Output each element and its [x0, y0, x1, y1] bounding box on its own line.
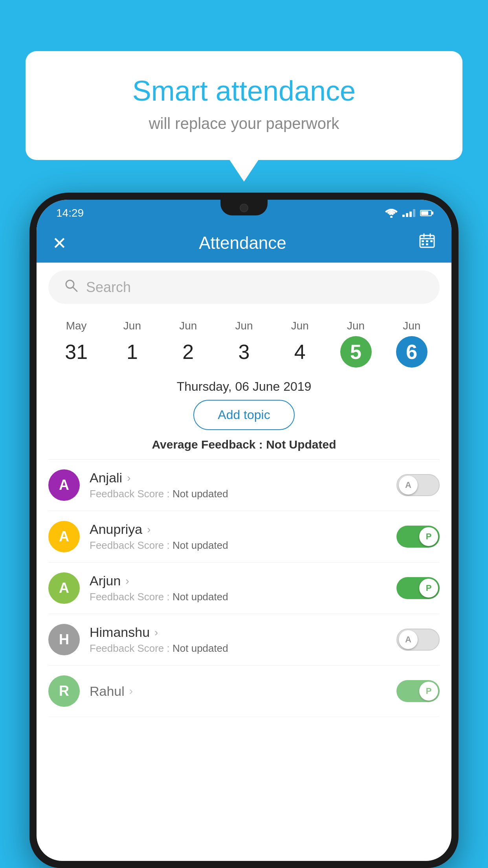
- student-name-himanshu: Himanshu ›: [90, 625, 387, 640]
- student-item-arjun[interactable]: A Arjun › Feedback Score : Not updated P: [48, 563, 440, 614]
- toggle-knob-anjali: A: [399, 476, 418, 495]
- speech-bubble: Smart attendance will replace your paper…: [26, 51, 462, 160]
- student-info-anupriya: Anupriya › Feedback Score : Not updated: [90, 522, 387, 552]
- student-list: A Anjali › Feedback Score : Not updated …: [37, 460, 451, 717]
- status-icons: [385, 208, 432, 218]
- student-info-anjali: Anjali › Feedback Score : Not updated: [90, 470, 387, 500]
- toggle-knob-rahul: P: [419, 682, 438, 701]
- toggle-rahul[interactable]: P: [396, 680, 440, 702]
- chevron-icon: ›: [154, 626, 158, 639]
- avg-feedback-label: Average Feedback :: [152, 438, 266, 451]
- avatar-arjun: A: [48, 572, 80, 604]
- toggle-anjali[interactable]: A: [396, 474, 440, 496]
- svg-rect-6: [426, 240, 428, 242]
- date-item-jun3[interactable]: Jun 3: [222, 320, 266, 368]
- svg-rect-9: [426, 243, 428, 245]
- toggle-arjun[interactable]: P: [396, 577, 440, 599]
- date-item-jun1[interactable]: Jun 1: [110, 320, 154, 368]
- avg-feedback-value: Not Updated: [266, 438, 336, 451]
- toggle-knob-anupriya: P: [419, 527, 438, 546]
- search-placeholder: Search: [86, 279, 131, 296]
- calendar-icon: [418, 232, 436, 250]
- battery-icon: [420, 210, 432, 216]
- student-name-anjali: Anjali ›: [90, 470, 387, 485]
- chevron-icon: ›: [129, 685, 133, 697]
- search-bar[interactable]: Search: [48, 270, 440, 304]
- add-topic-button[interactable]: Add topic: [193, 400, 294, 430]
- svg-point-0: [390, 216, 393, 218]
- toggle-knob-arjun: P: [419, 579, 438, 598]
- avg-feedback: Average Feedback : Not Updated: [37, 438, 451, 451]
- toggle-knob-himanshu: A: [399, 630, 418, 649]
- student-feedback-arjun: Feedback Score : Not updated: [90, 591, 387, 603]
- date-item-jun4[interactable]: Jun 4: [278, 320, 321, 368]
- wifi-icon: [385, 208, 398, 218]
- svg-rect-8: [422, 243, 424, 245]
- search-icon: [64, 278, 78, 296]
- toolbar-title: Attendance: [199, 233, 286, 253]
- svg-rect-7: [430, 240, 433, 242]
- status-time: 14:29: [56, 207, 84, 219]
- chevron-icon: ›: [125, 575, 129, 587]
- chevron-icon: ›: [147, 523, 150, 536]
- student-item-rahul[interactable]: R Rahul › P: [48, 666, 440, 717]
- toolbar: ✕ Attendance: [37, 223, 451, 263]
- student-info-rahul: Rahul ›: [90, 684, 387, 699]
- student-item-anupriya[interactable]: A Anupriya › Feedback Score : Not update…: [48, 511, 440, 563]
- student-feedback-anjali: Feedback Score : Not updated: [90, 488, 387, 500]
- date-strip: May 31 Jun 1 Jun 2 Jun 3: [37, 312, 451, 371]
- selected-date-label: Thursday, 06 June 2019: [37, 371, 451, 400]
- speech-bubble-subtitle: will replace your paperwork: [57, 115, 431, 132]
- student-name-rahul: Rahul ›: [90, 684, 387, 699]
- speech-bubble-title: Smart attendance: [57, 75, 431, 107]
- calendar-button[interactable]: [418, 232, 436, 254]
- student-feedback-anupriya: Feedback Score : Not updated: [90, 539, 387, 552]
- avatar-anjali: A: [48, 469, 80, 501]
- student-name-anupriya: Anupriya ›: [90, 522, 387, 537]
- svg-rect-5: [422, 240, 424, 242]
- student-item-anjali[interactable]: A Anjali › Feedback Score : Not updated …: [48, 460, 440, 511]
- student-info-himanshu: Himanshu › Feedback Score : Not updated: [90, 625, 387, 655]
- date-item-jun6[interactable]: Jun 6: [390, 320, 433, 368]
- student-name-arjun: Arjun ›: [90, 573, 387, 588]
- student-info-arjun: Arjun › Feedback Score : Not updated: [90, 573, 387, 603]
- toggle-anupriya[interactable]: P: [396, 526, 440, 548]
- front-camera: [240, 204, 248, 212]
- student-feedback-himanshu: Feedback Score : Not updated: [90, 642, 387, 655]
- avatar-rahul: R: [48, 675, 80, 707]
- speech-bubble-card: Smart attendance will replace your paper…: [26, 51, 462, 160]
- avatar-anupriya: A: [48, 521, 80, 552]
- date-item-may31[interactable]: May 31: [55, 320, 98, 368]
- svg-line-11: [73, 287, 77, 291]
- signal-icon: [402, 209, 415, 217]
- toggle-himanshu[interactable]: A: [396, 629, 440, 651]
- chevron-icon: ›: [127, 472, 130, 484]
- date-item-jun2[interactable]: Jun 2: [167, 320, 210, 368]
- date-item-jun5[interactable]: Jun 5: [334, 320, 378, 368]
- close-button[interactable]: ✕: [52, 233, 67, 253]
- phone-frame: 14:29: [29, 193, 459, 868]
- phone-screen: 14:29: [37, 200, 451, 861]
- avatar-himanshu: H: [48, 624, 80, 655]
- search-svg: [64, 278, 78, 292]
- phone-notch: [220, 200, 268, 215]
- student-item-himanshu[interactable]: H Himanshu › Feedback Score : Not update…: [48, 614, 440, 666]
